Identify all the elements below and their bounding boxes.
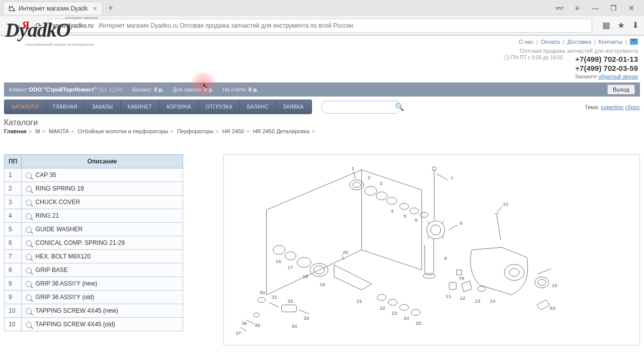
nav-orders[interactable]: ЗАКАЗЫ xyxy=(85,100,121,114)
table-row[interactable]: 1 CAP 35 xyxy=(5,168,183,182)
logo[interactable]: интернет магазин DyadkO персональный сер… xyxy=(4,39,98,47)
table-row[interactable]: 4 RING 21 xyxy=(5,209,183,223)
zoom-icon[interactable] xyxy=(26,254,32,260)
logout-button[interactable]: Выход xyxy=(607,84,635,95)
nav-shipment[interactable]: ОТГРУЗКА xyxy=(199,100,240,114)
table-row[interactable]: 7 HEX. BOLT M8X120 xyxy=(5,250,183,263)
part-number: 8 xyxy=(5,263,22,277)
table-row[interactable]: 8 GRIP BASE xyxy=(5,263,183,277)
table-row[interactable]: 5 GUIDE WASHER xyxy=(5,223,183,236)
svg-text:16: 16 xyxy=(276,258,282,264)
svg-text:9: 9 xyxy=(444,255,447,261)
link-about[interactable]: О нас xyxy=(519,39,533,45)
close-icon[interactable]: × xyxy=(93,5,97,13)
svg-text:33: 33 xyxy=(303,315,309,321)
phone-1: +7(499) 702-01-13 xyxy=(575,55,638,64)
zoom-icon[interactable] xyxy=(26,186,32,192)
zoom-icon[interactable] xyxy=(26,200,32,206)
svg-point-16 xyxy=(535,277,549,288)
table-row[interactable]: 10 TAPPING SCREW 4X45 (old) xyxy=(5,318,183,331)
message-icon[interactable] xyxy=(630,39,638,45)
nav-bar: КАТАЛОГИ ГЛАВНАЯ ЗАКАЗЫ КАБИНЕТ КОРЗИНА … xyxy=(4,100,640,114)
svg-text:19: 19 xyxy=(319,282,326,287)
table-row[interactable]: 6 CONICAL COMP. SPRING 21-29 xyxy=(5,236,183,250)
table-row[interactable]: 9 GRIP 36 ASS\\'Y (old) xyxy=(5,291,183,304)
zoom-icon[interactable] xyxy=(26,227,32,233)
crumb-model[interactable]: HR 2450 xyxy=(222,128,244,134)
svg-text:6: 6 xyxy=(415,217,418,223)
minimize-icon[interactable]: — xyxy=(590,4,601,12)
nav-account[interactable]: КАБИНЕТ xyxy=(121,100,159,114)
svg-line-34 xyxy=(437,174,448,180)
menu-icon[interactable]: ≡ xyxy=(572,4,583,12)
zoom-icon[interactable] xyxy=(26,308,32,314)
svg-text:24: 24 xyxy=(404,315,410,321)
working-hours: ПН-ПТ с 9:00 до 18:00 xyxy=(504,55,563,60)
part-number: 10 xyxy=(5,304,22,318)
nav-catalogs[interactable]: КАТАЛОГИ xyxy=(5,100,46,114)
zoom-icon[interactable] xyxy=(26,267,32,274)
zoom-icon[interactable] xyxy=(26,213,32,219)
theme-reset-link[interactable]: сброс xyxy=(625,104,640,110)
svg-point-7 xyxy=(420,212,428,217)
search-icon[interactable]: 🔍 xyxy=(395,103,405,112)
part-number: 6 xyxy=(5,236,22,250)
browser-tab[interactable]: Интернет магазин Dyadk × xyxy=(3,2,103,15)
svg-point-30 xyxy=(258,298,266,303)
svg-rect-18 xyxy=(449,283,456,290)
bookmark-icon[interactable]: ★ xyxy=(617,20,625,31)
search-box[interactable]: 🔍 xyxy=(321,101,401,114)
svg-text:34: 34 xyxy=(291,323,297,329)
link-payment[interactable]: Оплата xyxy=(541,39,560,45)
table-row[interactable]: 10 TAPPING SCREW 4X45 (new) xyxy=(5,304,183,318)
crumb-home[interactable]: Главная xyxy=(4,128,27,134)
svg-text:83: 83 xyxy=(550,305,556,311)
svg-point-23 xyxy=(297,257,311,267)
zoom-icon[interactable] xyxy=(26,281,32,287)
table-row[interactable]: 3 CHUCK COVER xyxy=(5,196,183,209)
maximize-icon[interactable]: ❐ xyxy=(608,4,619,12)
zoom-icon[interactable] xyxy=(26,322,32,328)
zoom-icon[interactable] xyxy=(26,172,32,178)
theme-name-link[interactable]: cupertino xyxy=(601,104,623,110)
svg-point-22 xyxy=(285,252,296,260)
nav-cart[interactable]: КОРЗИНА xyxy=(159,100,199,114)
download-icon[interactable]: ⬇ xyxy=(632,20,639,31)
svg-text:11: 11 xyxy=(446,293,452,299)
svg-point-14 xyxy=(504,264,524,281)
address-bar[interactable]: www.dyadko.ru Интернет магазин Dyadko.ru… xyxy=(48,19,592,33)
svg-text:20: 20 xyxy=(343,249,349,255)
close-window-icon[interactable]: ✕ xyxy=(626,4,637,12)
search-input[interactable] xyxy=(326,104,395,110)
site-header: интернет магазин DyadkO персональный сер… xyxy=(4,36,640,80)
part-number: 7 xyxy=(5,250,22,263)
crumb-makita[interactable]: MAKITA xyxy=(49,128,69,134)
table-row[interactable]: 9 GRIP 36 ASS\\'Y (new) xyxy=(5,277,183,291)
zoom-icon[interactable] xyxy=(26,295,32,301)
part-number: 1 xyxy=(5,168,22,182)
crumb-cat[interactable]: Отбойные молотки и перфораторы xyxy=(78,128,169,134)
svg-line-35 xyxy=(449,225,458,230)
nav-balance[interactable]: БАЛАНС xyxy=(240,100,276,114)
svg-text:25: 25 xyxy=(416,320,422,326)
parts-table: ПП Описание 1 CAP 352 RING SPRING 193 CH… xyxy=(4,154,183,331)
nav-request[interactable]: ЗАЯВКА xyxy=(276,100,311,114)
window-controls: 👓 ≡ — ❐ ✕ xyxy=(553,4,641,12)
zoom-icon[interactable] xyxy=(26,240,32,246)
link-delivery[interactable]: Доставка xyxy=(568,39,591,45)
crumb-subcat[interactable]: Перфораторы xyxy=(177,128,213,134)
table-row[interactable]: 2 RING SPRING 19 xyxy=(5,182,183,196)
new-tab-button[interactable]: + xyxy=(105,2,117,14)
svg-text:13: 13 xyxy=(475,298,481,304)
incognito-icon[interactable]: 👓 xyxy=(553,4,565,12)
page-action-icon[interactable]: ▦ xyxy=(602,20,610,31)
client-name: ООО "СтройТоргИнвест" xyxy=(29,86,97,93)
callback-link[interactable]: обратный звонок xyxy=(598,74,638,79)
crumb-detail[interactable]: HR 2450 Деталировка xyxy=(253,128,310,134)
svg-text:17: 17 xyxy=(288,264,294,270)
exploded-diagram[interactable]: 1 2 3 4 5 6 7 8 9 10 11 12 13 14 15 16 1… xyxy=(223,154,640,345)
link-contacts[interactable]: Контакты xyxy=(599,39,623,45)
part-description: GRIP BASE xyxy=(22,263,183,277)
nav-home[interactable]: ГЛАВНАЯ xyxy=(46,100,85,114)
svg-point-11 xyxy=(431,225,441,235)
